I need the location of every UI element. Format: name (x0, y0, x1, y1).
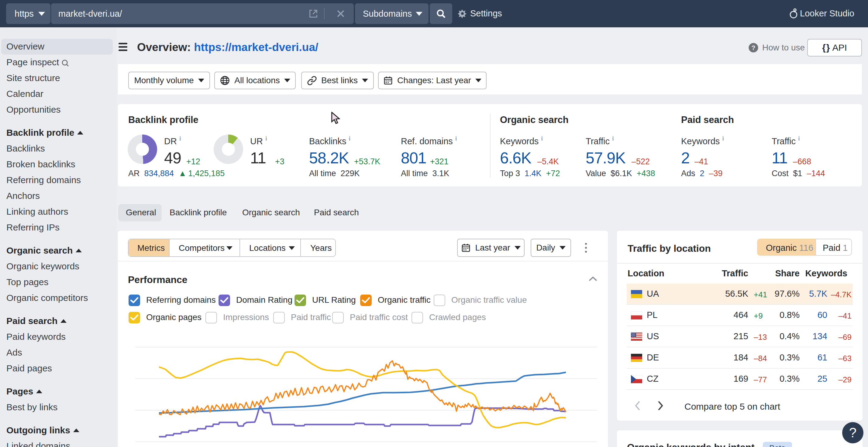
svg-text:?: ? (752, 44, 755, 51)
